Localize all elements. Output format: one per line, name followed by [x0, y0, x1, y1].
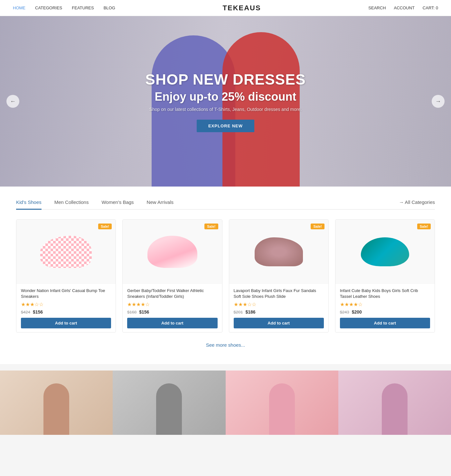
price-old: $424 [21, 310, 30, 315]
product-info: Gerber Baby/Toddler First Walker Athleti… [123, 284, 222, 332]
products-section: Kid's Shoes Men Collections Women's Bags… [0, 187, 451, 364]
hero-content: SHOP NEW DRESSES Enjoy up-to 25% discoun… [139, 71, 312, 132]
nav-link-categories[interactable]: CATEGORIES [35, 5, 62, 10]
hero-description: Shop on our latest collections of T-Shir… [145, 107, 305, 112]
product-rating: ★★★★☆ [127, 301, 217, 307]
nav-cart-link[interactable]: CART: 0 [423, 5, 438, 10]
price-new: $156 [139, 309, 149, 315]
price-old: $168 [127, 310, 136, 315]
add-to-cart-button[interactable]: Add to cart [234, 318, 324, 328]
tab-men-collections[interactable]: Men Collections [54, 199, 89, 209]
chevron-right-icon: → [435, 98, 441, 105]
product-image [40, 236, 92, 268]
sale-badge: Sale! [98, 224, 112, 229]
product-name: Infant Cute Baby Kids Boys Girls Soft Cr… [340, 288, 430, 299]
product-rating: ★★★☆☆ [234, 301, 324, 307]
banner-kids[interactable] [226, 371, 338, 435]
navigation: HOME CATEGORIES FEATURES BLOG TEKEAUS SE… [0, 0, 451, 16]
product-info: Lavaport Baby Infant Girls Faux Fur Sand… [229, 284, 328, 332]
product-info: Infant Cute Baby Kids Boys Girls Soft Cr… [335, 284, 435, 332]
price-new: $186 [245, 309, 255, 315]
product-card: Sale! Gerber Baby/Toddler First Walker A… [122, 219, 222, 333]
nav-left: HOME CATEGORIES FEATURES BLOG [13, 5, 115, 10]
product-image-wrap: Sale! [123, 220, 222, 284]
category-tabs: Kid's Shoes Men Collections Women's Bags… [16, 199, 435, 210]
product-rating: ★★★★☆ [340, 301, 430, 307]
hero-prev-button[interactable]: ← [6, 95, 19, 108]
banner-figure-men [156, 383, 182, 435]
sale-badge: Sale! [417, 224, 431, 229]
hero-subheading: Enjoy up-to 25% discount [145, 90, 305, 104]
price-wrap: $424 $156 [21, 309, 111, 315]
product-image-wrap: Sale! [16, 220, 116, 284]
product-image [255, 237, 303, 266]
product-grid: Sale! Wonder Nation Infant Girls' Casual… [16, 219, 435, 333]
sale-badge: Sale! [204, 224, 218, 229]
nav-link-home[interactable]: HOME [13, 5, 25, 10]
product-card: Sale! Infant Cute Baby Kids Boys Girls S… [335, 219, 435, 333]
product-name: Lavaport Baby Infant Girls Faux Fur Sand… [234, 288, 324, 299]
tab-new-arrivals[interactable]: New Arrivals [147, 199, 174, 209]
product-image-wrap: Sale! [335, 220, 435, 284]
banner-figure-women [43, 383, 69, 435]
nav-right: SEARCH ACCOUNT CART: 0 [368, 5, 438, 10]
product-image [361, 237, 409, 266]
banner-men[interactable] [113, 371, 225, 435]
add-to-cart-button[interactable]: Add to cart [21, 318, 111, 328]
price-old: $201 [234, 310, 243, 315]
add-to-cart-button[interactable]: Add to cart [127, 318, 217, 328]
price-old: $243 [340, 310, 349, 315]
price-new: $200 [352, 309, 362, 315]
nav-link-blog[interactable]: BLOG [104, 5, 115, 10]
see-more-section: See more shoes... [16, 333, 435, 351]
product-info: Wonder Nation Infant Girls' Casual Bump … [16, 284, 116, 332]
product-image-wrap: Sale! [229, 220, 328, 284]
price-new: $156 [33, 309, 43, 315]
brand-logo[interactable]: TEKEAUS [223, 4, 261, 12]
tab-womens-bags[interactable]: Women's Bags [101, 199, 134, 209]
nav-link-features[interactable]: FEATURES [72, 5, 94, 10]
product-card: Sale! Wonder Nation Infant Girls' Casual… [16, 219, 116, 333]
banner-figure-bags [382, 383, 408, 435]
product-card: Sale! Lavaport Baby Infant Girls Faux Fu… [229, 219, 329, 333]
nav-search-link[interactable]: SEARCH [368, 5, 386, 10]
nav-account-link[interactable]: ACCOUNT [394, 5, 415, 10]
product-rating: ★★★☆☆ [21, 301, 111, 307]
price-wrap: $168 $156 [127, 309, 217, 315]
add-to-cart-button[interactable]: Add to cart [340, 318, 430, 328]
category-banners [0, 371, 451, 435]
price-wrap: $243 $200 [340, 309, 430, 315]
explore-new-button[interactable]: EXPLORE NEW [197, 120, 254, 132]
product-name: Wonder Nation Infant Girls' Casual Bump … [21, 288, 111, 299]
see-more-link[interactable]: See more shoes... [206, 342, 245, 348]
banner-bags[interactable] [338, 371, 451, 435]
banner-figure-kids [269, 383, 295, 435]
price-wrap: $201 $186 [234, 309, 324, 315]
banner-women[interactable] [0, 371, 113, 435]
tab-kids-shoes[interactable]: Kid's Shoes [16, 199, 42, 210]
product-image [147, 236, 197, 268]
hero-heading: SHOP NEW DRESSES [145, 71, 305, 88]
tab-all-categories[interactable]: → All Categories [399, 199, 435, 209]
hero-next-button[interactable]: → [432, 95, 445, 108]
chevron-left-icon: ← [10, 98, 16, 105]
hero-section: ← SHOP NEW DRESSES Enjoy up-to 25% disco… [0, 16, 451, 187]
product-name: Gerber Baby/Toddler First Walker Athleti… [127, 288, 217, 299]
sale-badge: Sale! [311, 224, 324, 229]
